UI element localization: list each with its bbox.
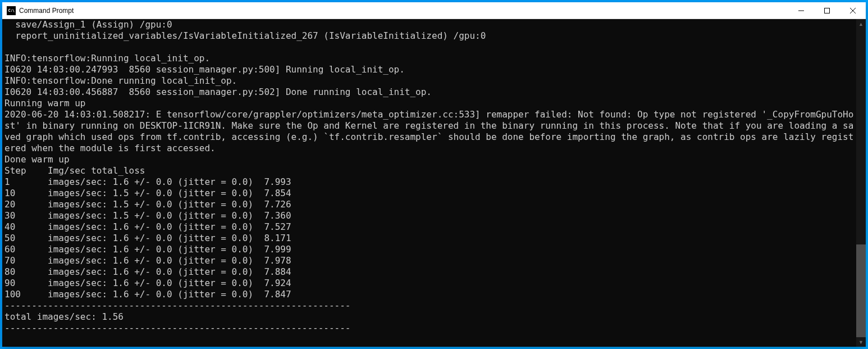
command-prompt-window: Command Prompt save/Assign_1 (Assign) /g… bbox=[2, 2, 866, 347]
scrollbar-thumb[interactable] bbox=[856, 244, 866, 337]
close-button[interactable] bbox=[840, 2, 866, 19]
titlebar[interactable]: Command Prompt bbox=[2, 2, 866, 19]
minimize-button[interactable] bbox=[788, 2, 814, 19]
window-controls bbox=[788, 2, 866, 19]
terminal-output[interactable]: save/Assign_1 (Assign) /gpu:0 report_uni… bbox=[2, 19, 856, 347]
window-title: Command Prompt bbox=[19, 7, 788, 15]
scroll-up-button[interactable]: ▲ bbox=[856, 19, 866, 29]
cmd-icon bbox=[7, 6, 16, 15]
scrollbar-track[interactable] bbox=[856, 29, 866, 337]
scroll-down-button[interactable]: ▼ bbox=[856, 337, 866, 347]
maximize-button[interactable] bbox=[814, 2, 840, 19]
svg-rect-1 bbox=[825, 8, 830, 13]
vertical-scrollbar[interactable]: ▲ ▼ bbox=[856, 19, 866, 347]
terminal-container: save/Assign_1 (Assign) /gpu:0 report_uni… bbox=[2, 19, 866, 347]
